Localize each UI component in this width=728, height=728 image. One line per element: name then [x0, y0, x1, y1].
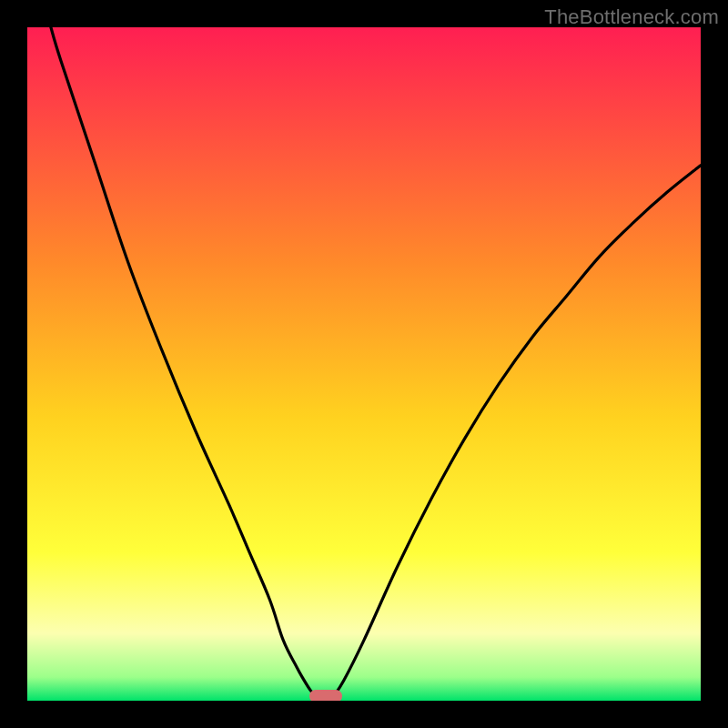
curve-left [51, 27, 316, 696]
optimum-marker [309, 690, 342, 701]
bottleneck-curves [27, 27, 701, 701]
chart-frame: TheBottleneck.com [0, 0, 728, 728]
watermark-text: TheBottleneck.com [544, 5, 719, 29]
curve-right [334, 166, 701, 696]
plot-area [27, 27, 701, 701]
